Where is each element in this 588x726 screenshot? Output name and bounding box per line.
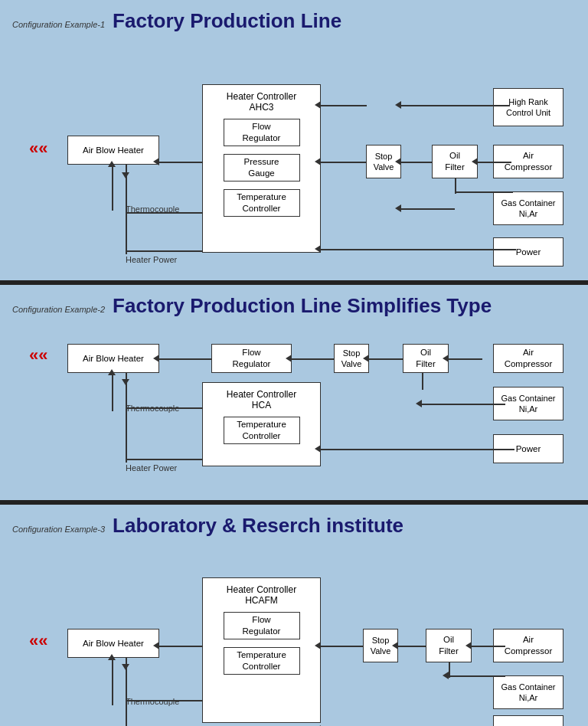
config-label-1: Configuration Example-1	[12, 20, 105, 29]
controller-box-1: Heater ControllerAHC3 FlowRegulator Pres…	[202, 84, 321, 253]
chevron-3: ««	[29, 631, 47, 651]
section-1: Configuration Example-1 Factory Producti…	[0, 0, 588, 285]
power-box-1: Power	[493, 237, 564, 267]
chevron-1: ««	[29, 139, 47, 159]
air-compressor-2: AirCompressor	[493, 344, 564, 373]
flow-regulator-1: FlowRegulator	[224, 119, 300, 146]
chevron-2: ««	[29, 345, 47, 365]
flow-regulator-2: FlowRegulator	[211, 344, 292, 373]
gas-container-1: Gas ContainerNi,Ar	[493, 191, 564, 225]
section-3: Configuration Example-3 Laboratory & Res…	[0, 505, 588, 726]
diagram-1: Heater ControllerAHC3 FlowRegulator Pres…	[12, 42, 576, 268]
flow-regulator-3: FlowRegulator	[224, 612, 300, 639]
high-rank-box-1: High RankControl Unit	[493, 88, 564, 126]
temperature-controller-2: TemperatureController	[224, 417, 300, 444]
controller-title-3: Heater ControllerHCAFM	[227, 584, 296, 606]
oil-filter-3: OilFilter	[426, 629, 472, 662]
gas-container-3: Gas ContainerNi,Ar	[493, 675, 564, 709]
controller-title-2: Heater ControllerHCA	[227, 389, 296, 410]
section-title-1: Factory Production Line	[113, 9, 341, 33]
heater-power-label-1: Heater Power	[126, 255, 177, 264]
temperature-controller-1: TemperatureController	[224, 189, 300, 217]
section-title-2: Factory Production Line Simplifies Type	[113, 294, 492, 318]
section-1-header: Configuration Example-1 Factory Producti…	[12, 9, 576, 33]
thermocouple-label-3: Thermocouple	[126, 697, 179, 706]
controller-title-1: Heater ControllerAHC3	[227, 91, 296, 113]
config-label-2: Configuration Example-2	[12, 305, 105, 314]
diagram-2: Air Blow Heater FlowRegulator StopValve …	[12, 327, 576, 488]
controller-box-2: Heater ControllerHCA TemperatureControll…	[202, 382, 321, 466]
oil-filter-1: OilFilter	[432, 145, 478, 178]
diagram-3: Heater ControllerHCAFM FlowRegulator Tem…	[12, 547, 576, 726]
section-3-header: Configuration Example-3 Laboratory & Res…	[12, 514, 576, 538]
controller-box-3: Heater ControllerHCAFM FlowRegulator Tem…	[202, 577, 321, 723]
temperature-controller-3: TemperatureController	[224, 647, 300, 675]
pressure-gauge-1: PressureGauge	[224, 154, 300, 182]
oil-filter-2: OilFilter	[403, 344, 449, 373]
power-box-3: Power	[493, 715, 564, 726]
section-title-3: Laboratory & Reserch institute	[113, 514, 403, 538]
config-label-3: Configuration Example-3	[12, 525, 105, 534]
heater-power-label-2: Heater Power	[126, 463, 177, 473]
section-2-header: Configuration Example-2 Factory Producti…	[12, 294, 576, 318]
section-2: Configuration Example-2 Factory Producti…	[0, 285, 588, 505]
